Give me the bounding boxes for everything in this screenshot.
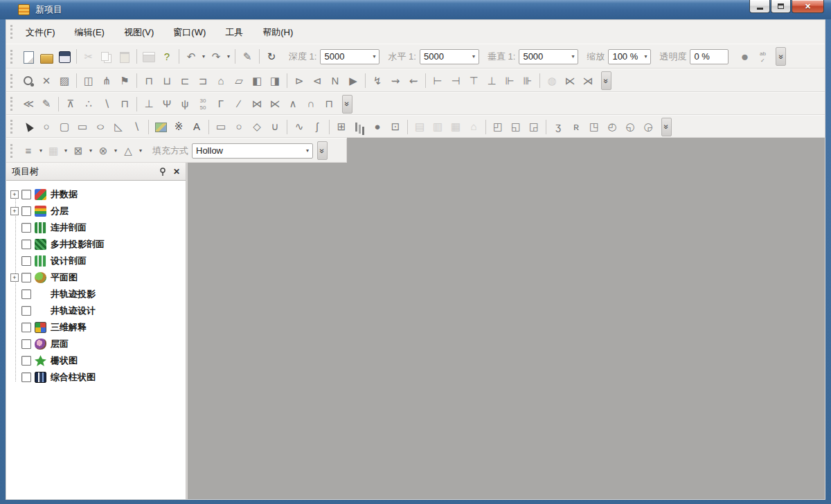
doc-grid-icon[interactable]: ▥ [429, 118, 446, 135]
zoom-icon[interactable] [20, 73, 37, 89]
pen-style-icon[interactable]: ⊠ [70, 143, 87, 159]
tree-item-3d-interpretation[interactable]: 三维解释 [10, 319, 186, 336]
doc-layers-icon[interactable]: ▤ [411, 118, 428, 135]
clamp-icon[interactable]: ⊼ [62, 96, 79, 112]
trajectory-toolbar-grip[interactable] [10, 97, 15, 111]
ellipse-tool-icon[interactable]: ○ [89, 118, 113, 135]
menu-tools[interactable]: 工具 [219, 24, 249, 40]
menu-help[interactable]: 帮助(H) [256, 24, 299, 40]
cut-icon[interactable]: ✂ [80, 48, 97, 65]
bar-chart-icon[interactable] [351, 118, 368, 135]
undo-icon[interactable]: ↶ [183, 48, 199, 65]
insert-image-icon[interactable] [152, 118, 169, 135]
symbol-style-icon-dropdown[interactable]: ▾ [137, 147, 144, 154]
title-bar[interactable]: 新项目 ✕ [0, 0, 831, 19]
horizontal-scale-combo[interactable]: 5000▾ [420, 49, 479, 64]
frame-icon[interactable]: ⊓ [321, 96, 337, 112]
polygon-tool-icon[interactable]: ◺ [110, 118, 127, 135]
line-style-icon[interactable]: ≡ [20, 143, 37, 159]
expander-plan-view[interactable]: + [10, 273, 19, 282]
redo-icon-dropdown[interactable]: ▾ [225, 53, 232, 60]
align-top-icon[interactable]: ⊤ [465, 73, 482, 89]
view-toolbar-overflow-button[interactable]: » [601, 71, 611, 90]
layer-page-icon-1[interactable]: ▱ [231, 73, 247, 89]
measure-icon-2[interactable]: ⇝ [387, 73, 404, 89]
save-file-icon[interactable] [56, 48, 73, 65]
tree-item-well-data[interactable]: +井数据 [10, 186, 186, 203]
checkbox-well-data[interactable] [21, 190, 31, 199]
distribute-v-icon[interactable]: ⊪ [519, 73, 536, 89]
eraser-style-icon[interactable]: ⊗ [95, 143, 111, 159]
vertical-scale-dropdown-arrow[interactable]: ▾ [567, 53, 574, 60]
tree-item-well-trajectory-design[interactable]: 井轨迹设计 [10, 303, 186, 319]
distribute-h-icon[interactable]: ⊩ [501, 73, 518, 89]
checkbox-plan-view[interactable] [21, 273, 31, 282]
draw-line-icon[interactable]: ∖ [98, 96, 115, 112]
line-style-icon-dropdown[interactable]: ▾ [37, 147, 44, 154]
view-toolbar-grip[interactable] [10, 74, 15, 88]
log-track-icon-3[interactable]: ⊏ [177, 73, 193, 89]
tie-lines-icon[interactable]: ⋈ [249, 96, 265, 112]
rotate-right-icon[interactable]: ◶ [640, 118, 656, 135]
menu-window[interactable]: 窗口(W) [167, 24, 212, 40]
align-right-icon[interactable]: ⊣ [447, 73, 464, 89]
callout-rect-icon[interactable]: ▭ [213, 118, 229, 135]
script-edit-icon[interactable]: ʒ [550, 118, 566, 135]
layer-page-icon-3[interactable]: ◨ [267, 73, 283, 89]
drawing-canvas[interactable] [188, 163, 825, 499]
clip-region-icon[interactable]: ▨ [56, 73, 73, 89]
edit-pen-icon[interactable]: ✎ [38, 96, 55, 112]
annotation-script-icon[interactable]: ʀ [568, 118, 584, 135]
vertical-scale-combo[interactable]: 5000▾ [519, 49, 578, 64]
log-track-icon-1[interactable]: ⊓ [141, 73, 157, 89]
fill-mode-combo[interactable]: Hollow ▾ [192, 143, 313, 159]
drawing-toolbar-grip[interactable] [10, 120, 15, 134]
log-track-icon-4[interactable]: ⊐ [195, 73, 211, 89]
depth-scale-dropdown-arrow[interactable]: ▾ [368, 53, 375, 60]
line-tool-icon[interactable]: ∖ [128, 118, 145, 135]
send-back-icon[interactable]: ◴ [604, 118, 620, 135]
new-file-icon[interactable] [20, 48, 37, 65]
pin-icon[interactable] [158, 167, 168, 177]
well-pair-icon[interactable]: ≪ [20, 96, 37, 112]
tree-item-well-trajectory-projection[interactable]: 井轨迹投影 [10, 286, 186, 303]
track-marker-icon-1[interactable]: ⊳ [291, 73, 307, 89]
bring-front-icon[interactable]: ◳ [586, 118, 602, 135]
stamp-tool-icon[interactable]: ⋔ [98, 73, 115, 89]
layer-page-icon-2[interactable]: ◧ [249, 73, 265, 89]
eraser-style-icon-dropdown[interactable]: ▾ [112, 147, 119, 154]
fill-pattern-icon[interactable]: ▦ [45, 143, 62, 159]
rounded-rect-tool-icon[interactable]: ▢ [56, 118, 73, 135]
fence-view-icon-2[interactable]: ⋊ [580, 73, 596, 89]
globe-icon[interactable]: ◍ [544, 73, 560, 89]
checkbox-fence-diagram[interactable] [21, 356, 31, 366]
zoom-level-combo[interactable]: 100 %▾ [608, 49, 651, 64]
tree-item-multiwell-projection-section[interactable]: 多井投影剖面 [10, 236, 186, 253]
horizontal-scale-dropdown-arrow[interactable]: ▾ [468, 53, 475, 60]
table-tool-icon[interactable]: ⊞ [333, 118, 350, 135]
tree-item-stratification[interactable]: +分层 [10, 203, 186, 219]
measure-icon-3[interactable]: ⇜ [405, 73, 422, 89]
checkbox-well-correlation-section[interactable] [21, 223, 31, 233]
track-marker-icon-2[interactable]: ⊲ [309, 73, 325, 89]
transparency-combo[interactable]: 0 % [690, 49, 729, 64]
trajectory-toolbar-overflow-button[interactable]: » [342, 95, 352, 114]
spellcheck-abc-icon[interactable]: ab ✓ [754, 48, 771, 65]
maximize-button[interactable] [771, 0, 791, 13]
flag-marker-icon[interactable]: ⚑ [116, 73, 133, 89]
scatter-points-icon[interactable]: ∴ [80, 96, 97, 112]
log-track-icon-2[interactable]: ⊔ [159, 73, 175, 89]
fill-pattern-icon-dropdown[interactable]: ▾ [62, 147, 69, 154]
tree-item-plan-view[interactable]: +平面图 [10, 269, 186, 286]
minimize-button[interactable] [749, 0, 770, 13]
tree-item-design-section[interactable]: 设计剖面 [10, 253, 186, 269]
drawing-toolbar-overflow-button[interactable]: » [661, 118, 672, 136]
measure-icon-1[interactable]: ↯ [369, 73, 386, 89]
format-toolbar-grip[interactable] [10, 144, 15, 158]
group-objects-icon[interactable]: ◰ [490, 118, 506, 135]
scale-preset-icon[interactable]: 30 50 [195, 96, 211, 112]
callout-diamond-icon[interactable]: ◇ [249, 118, 265, 135]
checkbox-well-trajectory-design[interactable] [21, 306, 31, 316]
checkbox-multiwell-projection-section[interactable] [21, 240, 31, 249]
format-toolbar-overflow-button[interactable]: » [317, 141, 328, 160]
